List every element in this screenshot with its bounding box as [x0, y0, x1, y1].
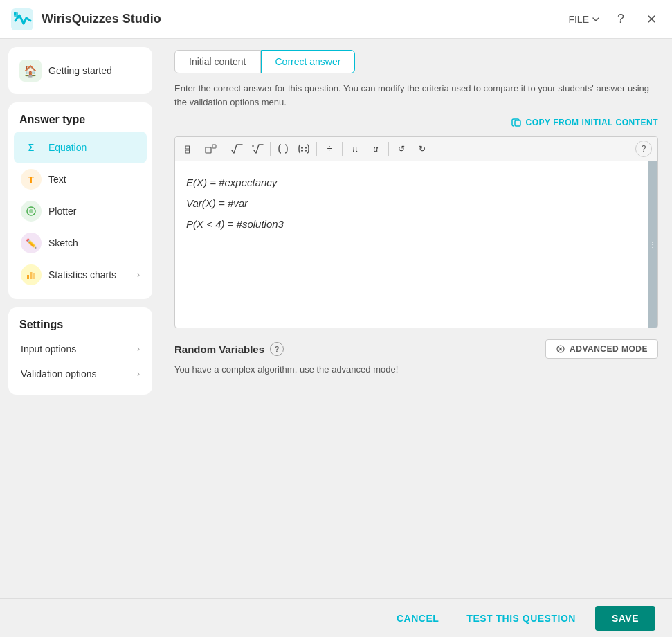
math-toolbar: n ÷ π α ↺	[175, 137, 657, 161]
math-formula-area[interactable]: E(X) = #expectancy Var(X) = #var P(X < 4…	[175, 161, 648, 328]
toolbar-brackets-btn[interactable]	[273, 140, 293, 158]
random-vars-help-icon[interactable]: ?	[270, 342, 284, 356]
close-button[interactable]: ✕	[642, 10, 661, 29]
tab-initial-content[interactable]: Initial content	[174, 50, 261, 73]
svg-rect-8	[515, 120, 520, 126]
help-button[interactable]: ?	[611, 10, 630, 29]
copy-from-initial-content-link[interactable]: COPY FROM INITIAL CONTENT	[174, 117, 658, 128]
advanced-mode-icon	[556, 344, 565, 354]
toolbar-sep-1	[224, 142, 224, 156]
equation-icon: Σ	[21, 137, 42, 158]
sketch-icon: ✏️	[21, 233, 42, 253]
settings-section-title: Settings	[14, 316, 147, 337]
math-line-1: E(X) = #expectancy	[186, 172, 637, 193]
text-label: Text	[48, 174, 140, 185]
statistics-arrow-icon: ›	[137, 270, 140, 280]
svg-rect-12	[206, 147, 211, 153]
toolbar-nth-root-btn[interactable]: n	[248, 140, 267, 158]
scrollbar-handle[interactable]: ⋮	[649, 241, 656, 249]
svg-rect-16	[305, 147, 307, 149]
copy-icon	[511, 117, 522, 128]
test-this-question-button[interactable]: TEST THIS QUESTION	[458, 607, 584, 629]
sidebar: 🏠 Getting started Answer type Σ Equation…	[0, 39, 161, 598]
math-line-2: Var(X) = #var	[186, 193, 637, 214]
sidebar-item-validation-options[interactable]: Validation options ›	[14, 361, 147, 386]
toolbar-sep-4	[342, 142, 343, 156]
svg-rect-15	[301, 147, 303, 149]
toolbar-fraction-btn[interactable]	[181, 140, 200, 158]
sidebar-item-sketch[interactable]: ✏️ Sketch	[14, 227, 147, 259]
sidebar-item-text[interactable]: T Text	[14, 163, 147, 195]
input-options-label: Input options	[21, 343, 76, 355]
sidebar-item-equation[interactable]: Σ Equation	[14, 132, 147, 163]
toolbar-divide-btn[interactable]: ÷	[320, 140, 339, 158]
toolbar-pi-btn[interactable]: π	[345, 140, 365, 158]
toolbar-redo-btn[interactable]: ↻	[412, 140, 432, 158]
save-button[interactable]: SAVE	[595, 606, 655, 631]
main-layout: 🏠 Getting started Answer type Σ Equation…	[0, 39, 672, 598]
sketch-label: Sketch	[48, 237, 140, 249]
toolbar-alpha-btn[interactable]: α	[366, 140, 385, 158]
toolbar-sqrt-btn[interactable]	[227, 140, 246, 158]
home-label: Getting started	[48, 65, 112, 76]
svg-rect-5	[27, 275, 29, 279]
toolbar-help-btn[interactable]: ?	[635, 141, 652, 157]
file-menu-chevron-icon	[592, 15, 600, 24]
toolbar-superscript-btn[interactable]	[201, 140, 221, 158]
toolbar-sep-2	[270, 142, 271, 156]
logo-icon	[11, 8, 33, 30]
validation-options-arrow-icon: ›	[137, 369, 140, 379]
sidebar-item-plotter[interactable]: Plotter	[14, 195, 147, 227]
random-vars-header: Random Variables ? ADVANCED MODE	[174, 339, 658, 359]
svg-rect-6	[30, 272, 33, 279]
toolbar-undo-btn[interactable]: ↺	[392, 140, 411, 158]
app-header: WirisQuizzes Studio FILE ? ✕	[0, 0, 672, 39]
answer-type-card: Answer type Σ Equation T Text Plotter ✏️	[8, 102, 152, 299]
math-content-area[interactable]: E(X) = #expectancy Var(X) = #var P(X < 4…	[175, 161, 657, 328]
file-menu[interactable]: FILE	[568, 14, 600, 25]
input-options-arrow-icon: ›	[137, 344, 140, 354]
random-vars-title-group: Random Variables ?	[174, 342, 284, 356]
answer-type-section-title: Answer type	[14, 111, 147, 132]
tab-correct-answer[interactable]: Correct answer	[261, 50, 356, 73]
equation-label: Equation	[48, 142, 140, 153]
svg-rect-18	[305, 150, 307, 152]
svg-text:n: n	[252, 144, 254, 148]
main-content: Initial content Correct answer Enter the…	[161, 39, 672, 598]
content-description: Enter the correct answer for this questi…	[174, 82, 658, 109]
sidebar-item-home[interactable]: 🏠 Getting started	[14, 55, 147, 86]
random-variables-section: Random Variables ? ADVANCED MODE You hav…	[174, 337, 658, 375]
svg-rect-13	[212, 145, 216, 148]
footer: CANCEL TEST THIS QUESTION SAVE	[0, 598, 672, 637]
home-icon: 🏠	[19, 60, 42, 82]
toolbar-sep-6	[435, 142, 435, 156]
toolbar-sep-3	[316, 142, 317, 156]
content-tabs: Initial content Correct answer	[174, 50, 658, 73]
math-scrollbar[interactable]: ⋮	[648, 161, 657, 328]
math-editor: n ÷ π α ↺	[174, 136, 658, 328]
statistics-label: Statistics charts	[48, 269, 130, 280]
svg-rect-2	[14, 12, 16, 15]
svg-point-4	[29, 209, 33, 213]
svg-rect-17	[301, 150, 303, 152]
app-title: WirisQuizzes Studio	[42, 12, 560, 26]
text-icon: T	[21, 169, 42, 190]
home-card: 🏠 Getting started	[8, 47, 152, 94]
toolbar-matrix-btn[interactable]	[294, 140, 314, 158]
random-vars-message: You have a complex algorithm, use the ad…	[174, 364, 658, 375]
settings-card: Settings Input options › Validation opti…	[8, 307, 152, 395]
sidebar-item-input-options[interactable]: Input options ›	[14, 337, 147, 361]
statistics-icon	[21, 264, 42, 285]
header-actions: FILE ? ✕	[568, 10, 661, 29]
svg-rect-7	[33, 273, 35, 279]
plotter-label: Plotter	[48, 206, 140, 217]
advanced-mode-button[interactable]: ADVANCED MODE	[545, 339, 658, 359]
sidebar-item-statistics[interactable]: Statistics charts ›	[14, 259, 147, 291]
toolbar-sep-5	[388, 142, 389, 156]
cancel-button[interactable]: CANCEL	[388, 607, 447, 629]
random-vars-title: Random Variables	[174, 343, 264, 355]
math-line-3: P(X < 4) = #solution3	[186, 214, 637, 235]
plotter-icon	[21, 201, 42, 222]
validation-options-label: Validation options	[21, 368, 96, 379]
